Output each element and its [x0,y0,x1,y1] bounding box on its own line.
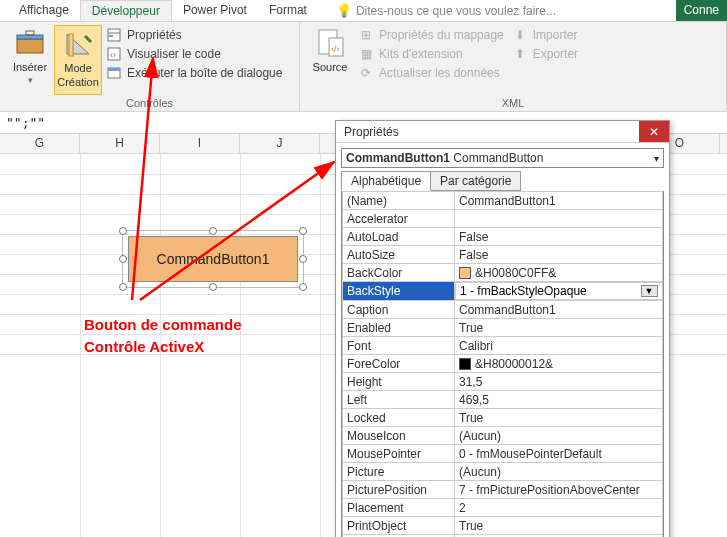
kits-icon: ▦ [358,46,374,62]
svg-rect-2 [26,31,34,35]
command-button-caption: CommandButton1 [157,251,270,267]
prop-row: AutoLoadFalse [343,228,663,246]
xml-source-icon: ‹/› [314,27,346,59]
map-properties-button[interactable]: ⊞ Propriétés du mappage [358,27,504,43]
prop-row-selected: BackStyle1 - fmBackStyleOpaque▼ [343,282,663,301]
col-i[interactable]: I [160,134,240,153]
prop-row: Placement2 [343,499,663,517]
color-swatch [459,267,471,279]
map-props-icon: ⊞ [358,27,374,43]
code-icon: ‹› [106,46,122,62]
source-button[interactable]: ‹/› Source [306,25,354,95]
source-label: Source [313,61,348,73]
toolbox-icon [14,27,46,59]
import-icon: ⬇ [512,27,528,43]
properties-icon [106,27,122,43]
prop-row: CaptionCommandButton1 [343,301,663,319]
sign-in-partial[interactable]: Conne [676,0,727,21]
design-mode-button[interactable]: Mode Création [54,25,102,95]
prop-row: Accelerator [343,210,663,228]
design-label-2: Création [57,76,99,88]
tell-me-placeholder: Dites-nous ce que vous voulez faire... [356,4,556,18]
property-grid[interactable]: (Name)CommandButton1 Accelerator AutoLoa… [341,191,664,537]
import-button[interactable]: ⬇ Importer [512,27,578,43]
tell-me-search[interactable]: 💡 Dites-nous ce que vous voulez faire... [336,0,556,21]
svg-rect-8 [109,35,113,37]
color-swatch [459,358,471,370]
prop-row: ForeColor&H80000012& [343,355,663,373]
group-controls-label: Contrôles [6,95,293,109]
col-j[interactable]: J [240,134,320,153]
ruler-triangle-icon [62,28,94,60]
tab-format[interactable]: Format [258,0,318,21]
dialog-icon [106,65,122,81]
prop-row: Left469,5 [343,391,663,409]
svg-text:‹›: ‹› [110,50,116,60]
prop-row: EnabledTrue [343,319,663,337]
export-label: Exporter [533,47,578,61]
svg-line-5 [85,36,91,42]
design-label-1: Mode [64,62,92,74]
object-selector[interactable]: CommandButton1 CommandButton ▾ [341,148,664,168]
tab-categorical[interactable]: Par catégorie [430,171,521,191]
col-g[interactable]: G [0,134,80,153]
close-button[interactable]: ✕ [639,121,669,142]
refresh-data-button[interactable]: ⟳ Actualiser les données [358,65,504,81]
property-tabs: Alphabétique Par catégorie [341,171,664,191]
object-class: CommandButton [453,151,543,165]
refresh-label: Actualiser les données [379,66,500,80]
refresh-icon: ⟳ [358,65,374,81]
dropdown-icon: ▾ [28,75,33,85]
annotation-line2: Contrôle ActiveX [84,338,204,355]
group-xml-label: XML [306,95,720,109]
prop-row: Picture(Aucun) [343,463,663,481]
tab-alphabetical[interactable]: Alphabétique [341,171,431,191]
tab-developer[interactable]: Développeur [80,0,172,21]
properties-window[interactable]: Propriétés ✕ CommandButton1 CommandButto… [335,120,670,537]
export-button[interactable]: ⬆ Exporter [512,46,578,62]
properties-titlebar[interactable]: Propriétés ✕ [336,121,669,143]
col-h[interactable]: H [80,134,160,153]
prop-row: (Name)CommandButton1 [343,192,663,210]
svg-rect-12 [108,68,120,71]
properties-button[interactable]: Propriétés [106,27,282,43]
properties-title: Propriétés [344,125,399,139]
svg-rect-1 [17,35,43,39]
prop-row: AutoSizeFalse [343,246,663,264]
bulb-icon: 💡 [336,3,352,18]
properties-label: Propriétés [127,28,182,42]
svg-text:‹/›: ‹/› [331,44,340,54]
insert-control-button[interactable]: Insérer ▾ [6,25,54,95]
import-label: Importer [533,28,578,42]
ribbon: Insérer ▾ Mode Création Propriétés ‹› Vi… [0,22,727,112]
command-button-object[interactable]: CommandButton1 [128,236,298,282]
prop-row: MouseIcon(Aucun) [343,427,663,445]
prop-row: Height31,5 [343,373,663,391]
prop-row: FontCalibri [343,337,663,355]
prop-row: PrintObjectTrue [343,517,663,535]
annotation-line1: Bouton de commande [84,316,242,333]
run-dialog-button[interactable]: Exécuter la boîte de dialogue [106,65,282,81]
prop-row: LockedTrue [343,409,663,427]
view-code-button[interactable]: ‹› Visualiser le code [106,46,282,62]
ribbon-tabs: Affichage Développeur Power Pivot Format… [0,0,727,22]
expansion-kits-button[interactable]: ▦ Kits d'extension [358,46,504,62]
insert-label: Insérer [13,61,47,73]
export-icon: ⬆ [512,46,528,62]
prop-row: PicturePosition7 - fmPicturePositionAbov… [343,481,663,499]
chevron-down-icon: ▾ [654,153,659,164]
dropdown-icon[interactable]: ▼ [641,285,658,297]
close-icon: ✕ [649,125,659,139]
prop-row: BackColor&H0080C0FF& [343,264,663,282]
svg-rect-0 [17,39,43,53]
tab-powerpivot[interactable]: Power Pivot [172,0,258,21]
map-props-label: Propriétés du mappage [379,28,504,42]
run-dialog-label: Exécuter la boîte de dialogue [127,66,282,80]
prop-row: MousePointer0 - fmMousePointerDefault [343,445,663,463]
svg-rect-4 [69,34,73,56]
object-name: CommandButton1 [346,151,450,165]
view-code-label: Visualiser le code [127,47,221,61]
kits-label: Kits d'extension [379,47,463,61]
tab-view[interactable]: Affichage [8,0,80,21]
